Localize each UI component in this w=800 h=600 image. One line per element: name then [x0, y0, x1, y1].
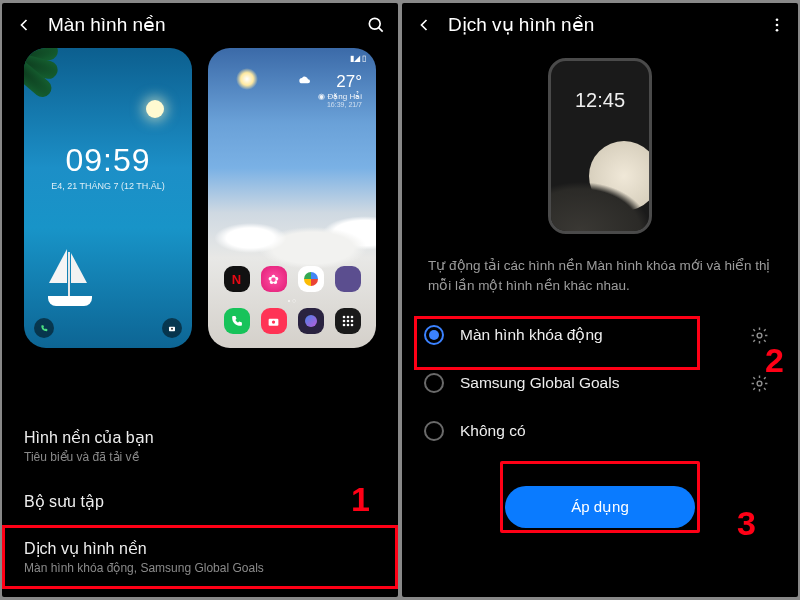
back-icon[interactable]: [414, 15, 434, 35]
wallpaper-services-section[interactable]: Dịch vụ hình nền Màn hình khóa động, Sam…: [2, 525, 398, 589]
weather-temp: 27°: [318, 72, 362, 92]
back-icon[interactable]: [14, 15, 34, 35]
option-label: Không có: [460, 422, 778, 440]
svg-point-7: [346, 316, 349, 319]
svg-point-17: [776, 28, 779, 31]
svg-point-0: [369, 18, 380, 29]
apps-drawer-icon: [335, 308, 361, 334]
wallpaper-settings-screen: Màn hình nền 09:59 E4, 21 THÁNG 7 (12 TH…: [2, 3, 398, 597]
option-label: Samsung Global Goals: [460, 374, 724, 392]
section-label: Hình nền của bạn: [24, 428, 376, 447]
dock-row: [208, 308, 376, 334]
weather-location: ◉ Đặng Hải: [318, 92, 362, 101]
collection-section[interactable]: Bộ sưu tập: [2, 478, 398, 525]
radio-icon[interactable]: [424, 421, 444, 441]
radio-icon[interactable]: [424, 373, 444, 393]
annotation-2: 2: [765, 341, 784, 380]
section-sub: Tiêu biểu và đã tải về: [24, 450, 376, 464]
annotation-box-3: Áp dụng: [500, 461, 700, 533]
svg-point-11: [350, 320, 353, 323]
wallpaper-previews: 09:59 E4, 21 THÁNG 7 (12 TH.ÂL) ▮◢ ▯ 27°…: [2, 44, 398, 358]
svg-point-10: [346, 320, 349, 323]
svg-point-9: [342, 320, 345, 323]
app-row: N ✿: [208, 266, 376, 292]
svg-point-8: [350, 316, 353, 319]
wallpaper-service-screen: Dịch vụ hình nền 12:45 Tự động tải các h…: [402, 3, 798, 597]
svg-point-15: [776, 18, 779, 21]
weather-widget: 27° ◉ Đặng Hải 16:39, 21/7: [318, 72, 362, 108]
camera-app-icon: [261, 308, 287, 334]
section-label: Dịch vụ hình nền: [24, 539, 376, 558]
svg-point-3: [171, 327, 173, 329]
phone-shortcut-icon: [34, 318, 54, 338]
svg-point-19: [757, 381, 762, 386]
search-icon[interactable]: [366, 15, 386, 35]
service-preview: 12:45: [540, 50, 660, 240]
browser-app-icon: [298, 308, 324, 334]
status-bar: ▮◢ ▯: [350, 54, 366, 64]
app-icon: ✿: [261, 266, 287, 292]
lock-time: 09:59: [24, 142, 192, 179]
phone-app-icon: [224, 308, 250, 334]
lock-date: E4, 21 THÁNG 7 (12 TH.ÂL): [24, 181, 192, 191]
option-label: Màn hình khóa động: [460, 326, 724, 344]
app-icon: [298, 266, 324, 292]
weather-icon: [298, 74, 314, 90]
section-label: Bộ sưu tập: [24, 492, 376, 511]
svg-point-14: [350, 324, 353, 327]
annotation-1: 1: [351, 480, 370, 519]
page-title: Màn hình nền: [48, 13, 352, 36]
your-wallpapers-section[interactable]: Hình nền của bạn Tiêu biểu và đã tải về: [2, 414, 398, 478]
svg-line-1: [379, 27, 383, 31]
weather-updated: 16:39, 21/7: [318, 101, 362, 108]
apply-button[interactable]: Áp dụng: [505, 486, 695, 528]
svg-point-18: [757, 333, 762, 338]
preview-time: 12:45: [551, 89, 649, 112]
svg-point-12: [342, 324, 345, 327]
svg-point-6: [342, 316, 345, 319]
svg-point-13: [346, 324, 349, 327]
option-none[interactable]: Không có: [402, 407, 798, 455]
svg-point-5: [272, 320, 275, 323]
option-dynamic-lockscreen[interactable]: Màn hình khóa động: [402, 311, 798, 359]
more-icon[interactable]: [768, 16, 786, 34]
radio-selected-icon[interactable]: [424, 325, 444, 345]
annotation-3: 3: [737, 504, 756, 543]
app-icon: N: [224, 266, 250, 292]
section-sub: Màn hình khóa động, Samsung Global Goals: [24, 561, 376, 575]
homescreen-preview[interactable]: ▮◢ ▯ 27° ◉ Đặng Hải 16:39, 21/7 N ✿ • ○: [208, 48, 376, 348]
option-global-goals[interactable]: Samsung Global Goals: [402, 359, 798, 407]
camera-shortcut-icon: [162, 318, 182, 338]
service-description: Tự động tải các hình nền Màn hình khóa m…: [402, 254, 798, 311]
page-title: Dịch vụ hình nền: [448, 13, 754, 36]
lockscreen-preview[interactable]: 09:59 E4, 21 THÁNG 7 (12 TH.ÂL): [24, 48, 192, 348]
header: Dịch vụ hình nền: [402, 3, 798, 44]
svg-point-16: [776, 23, 779, 26]
app-icon: [335, 266, 361, 292]
header: Màn hình nền: [2, 3, 398, 44]
